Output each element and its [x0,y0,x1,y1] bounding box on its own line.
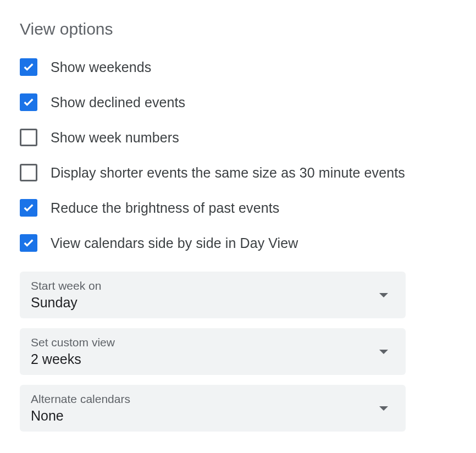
dropdown-start-week-on[interactable]: Start week on Sunday [20,272,406,318]
check-icon [23,237,35,249]
dropdown-set-custom-view[interactable]: Set custom view 2 weeks [20,328,406,375]
checkbox-label: Show declined events [51,95,185,111]
checkbox-label: View calendars side by side in Day View [51,235,298,251]
dropdown-label: Set custom view [31,336,115,349]
checkbox-row-reduce-brightness[interactable]: Reduce the brightness of past events [20,199,456,217]
checkbox-icon[interactable] [20,234,37,252]
checkbox-label: Show week numbers [51,130,179,146]
section-title: View options [20,20,456,38]
dropdown-label: Alternate calendars [31,393,130,406]
dropdown-value: Sunday [31,295,101,311]
checkbox-list: Show weekends Show declined events Show … [20,58,456,252]
checkbox-icon[interactable] [20,129,37,146]
dropdown-list: Start week on Sunday Set custom view 2 w… [20,272,456,432]
checkbox-icon[interactable] [20,58,37,76]
dropdown-alternate-calendars[interactable]: Alternate calendars None [20,385,406,432]
check-icon [23,61,35,73]
checkbox-icon[interactable] [20,199,37,217]
checkbox-row-show-week-numbers[interactable]: Show week numbers [20,129,456,146]
dropdown-text: Start week on Sunday [31,279,101,311]
chevron-down-icon [379,350,388,354]
dropdown-label: Start week on [31,279,101,292]
checkbox-row-display-shorter-events[interactable]: Display shorter events the same size as … [20,164,456,181]
chevron-down-icon [379,406,388,411]
checkbox-icon[interactable] [20,93,37,111]
checkbox-label: Show weekends [51,59,151,75]
checkbox-row-show-weekends[interactable]: Show weekends [20,58,456,76]
dropdown-value: 2 weeks [31,351,115,367]
chevron-down-icon [379,293,388,297]
check-icon [23,96,35,108]
check-icon [23,202,35,214]
checkbox-label: Reduce the brightness of past events [51,200,279,216]
checkbox-icon[interactable] [20,164,37,181]
checkbox-row-view-side-by-side[interactable]: View calendars side by side in Day View [20,234,456,252]
dropdown-value: None [31,408,130,424]
dropdown-text: Alternate calendars None [31,393,130,424]
checkbox-row-show-declined-events[interactable]: Show declined events [20,93,456,111]
checkbox-label: Display shorter events the same size as … [51,165,405,181]
dropdown-text: Set custom view 2 weeks [31,336,115,367]
